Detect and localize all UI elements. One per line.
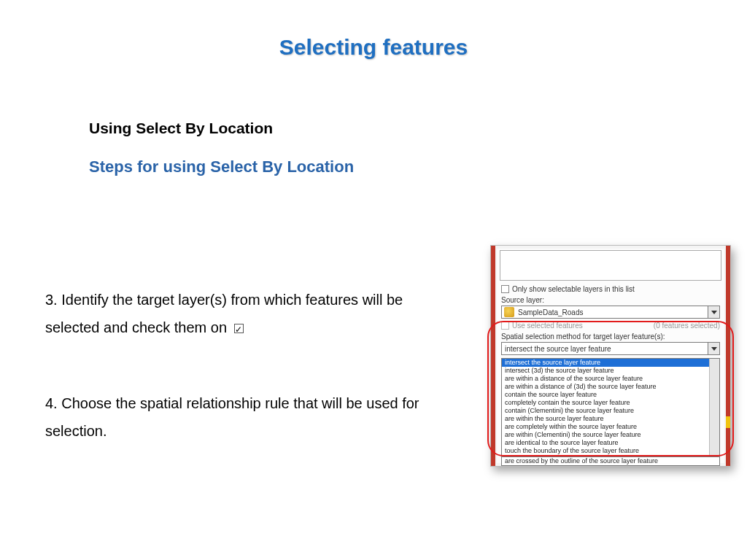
list-item[interactable]: are completely within the source layer f…	[502, 423, 709, 431]
step-3-text: 3. Identify the target layer(s) from whi…	[45, 286, 454, 341]
steps-heading: Steps for using Select By Location	[89, 158, 354, 176]
features-selected-count: (0 features selected)	[654, 322, 720, 330]
spatial-method-options-list[interactable]: intersect the source layer featureinters…	[501, 358, 720, 457]
list-item[interactable]: touch the boundary of the source layer f…	[502, 447, 709, 455]
checked-box-icon	[234, 324, 244, 333]
step-4-text: 4. Choose the spatial relationship rule …	[45, 389, 454, 445]
checkbox-icon	[501, 322, 509, 330]
use-selected-row: Use selected features (0 features select…	[501, 322, 720, 330]
chevron-down-icon[interactable]	[708, 343, 719, 354]
section-heading: Using Select By Location	[89, 120, 273, 137]
list-item[interactable]: are crossed by the outline of the source…	[501, 457, 720, 466]
spatial-method-label: Spatial selection method for target laye…	[501, 332, 720, 341]
layer-icon	[504, 307, 514, 317]
list-item[interactable]: intersect the source layer feature	[502, 359, 709, 367]
list-item[interactable]: contain (Clementini) the source layer fe…	[502, 407, 709, 415]
list-item[interactable]: are within the source layer feature	[502, 415, 709, 423]
list-item[interactable]: are within a distance of (3d) the source…	[502, 383, 709, 391]
list-item[interactable]: are within a distance of the source laye…	[502, 375, 709, 383]
source-layer-label: Source layer:	[501, 296, 720, 304]
target-layers-list[interactable]	[500, 250, 721, 281]
list-item[interactable]: share a line segment with the source lay…	[502, 455, 709, 457]
list-item[interactable]: contain the source layer feature	[502, 391, 709, 399]
source-layer-dropdown[interactable]: SampleData_Roads	[501, 306, 720, 319]
window-border-right	[726, 246, 730, 466]
dialog-screenshot: Only show selectable layers in this list…	[490, 245, 731, 467]
step-3-content: 3. Identify the target layer(s) from whi…	[45, 292, 403, 335]
list-item[interactable]: completely contain the source layer feat…	[502, 399, 709, 407]
slide-title: Selecting features	[0, 35, 747, 60]
list-item[interactable]: are within (Clementini) the source layer…	[502, 431, 709, 439]
window-border-left	[491, 246, 495, 466]
checkbox-icon[interactable]	[501, 285, 509, 293]
only-selectable-row[interactable]: Only show selectable layers in this list	[501, 285, 720, 293]
scrollbar[interactable]	[709, 359, 719, 456]
list-item[interactable]: intersect (3d) the source layer feature	[502, 367, 709, 375]
use-selected-label: Use selected features	[512, 322, 583, 330]
only-selectable-label: Only show selectable layers in this list	[512, 285, 635, 293]
spatial-method-value: intersect the source layer feature	[502, 345, 708, 353]
spatial-method-dropdown[interactable]: intersect the source layer feature	[501, 342, 720, 355]
list-item[interactable]: are identical to the source layer featur…	[502, 439, 709, 447]
source-layer-value: SampleData_Roads	[516, 308, 708, 316]
window-accent	[726, 416, 730, 428]
chevron-down-icon[interactable]	[708, 306, 719, 318]
